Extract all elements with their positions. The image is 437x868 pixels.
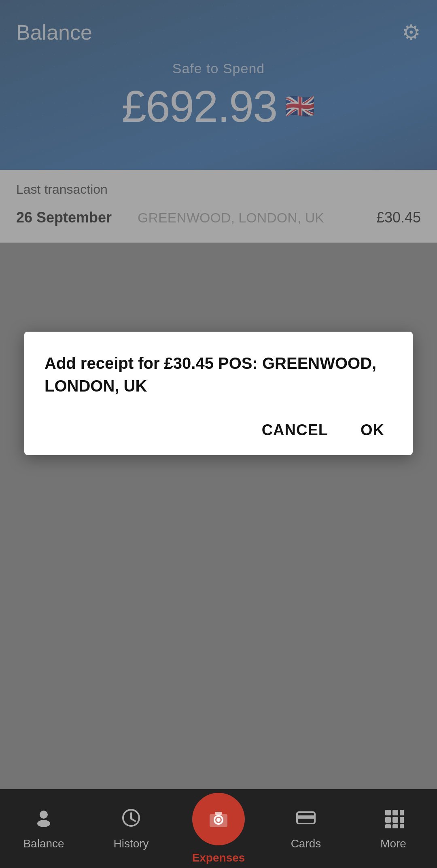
svg-point-1 — [37, 820, 50, 827]
nav-label-expenses: Expenses — [192, 851, 245, 864]
svg-rect-14 — [385, 817, 391, 823]
svg-rect-8 — [215, 812, 222, 815]
add-receipt-dialog: Add receipt for £30.45 POS: GREENWOOD, L… — [24, 332, 413, 455]
bottom-navigation: Balance History Expenses — [0, 789, 437, 868]
cards-nav-icon — [295, 807, 316, 833]
svg-rect-12 — [392, 810, 398, 815]
svg-line-4 — [131, 819, 135, 821]
nav-item-expenses[interactable]: Expenses — [175, 793, 262, 864]
nav-label-more: More — [380, 837, 406, 850]
svg-point-0 — [40, 811, 48, 819]
history-nav-icon — [121, 807, 142, 833]
nav-item-cards[interactable]: Cards — [262, 807, 350, 850]
more-nav-icon — [383, 807, 404, 833]
nav-item-balance[interactable]: Balance — [0, 807, 87, 850]
nav-label-history: History — [113, 837, 148, 850]
nav-item-history[interactable]: History — [87, 807, 175, 850]
svg-rect-17 — [385, 824, 391, 828]
svg-rect-16 — [400, 817, 404, 823]
cancel-button[interactable]: CANCEL — [254, 417, 336, 443]
svg-rect-10 — [297, 815, 315, 819]
svg-rect-15 — [392, 817, 398, 823]
dialog-buttons: CANCEL OK — [45, 417, 392, 443]
svg-rect-11 — [385, 810, 391, 815]
svg-point-7 — [216, 818, 221, 822]
balance-nav-icon — [33, 807, 54, 833]
ok-button[interactable]: OK — [352, 417, 392, 443]
svg-rect-19 — [400, 824, 404, 828]
dialog-message: Add receipt for £30.45 POS: GREENWOOD, L… — [45, 352, 392, 397]
nav-item-more[interactable]: More — [350, 807, 437, 850]
expenses-circle — [192, 793, 245, 845]
svg-rect-18 — [392, 824, 398, 828]
nav-label-cards: Cards — [291, 837, 321, 850]
nav-label-balance: Balance — [23, 837, 64, 850]
svg-rect-13 — [400, 810, 404, 815]
